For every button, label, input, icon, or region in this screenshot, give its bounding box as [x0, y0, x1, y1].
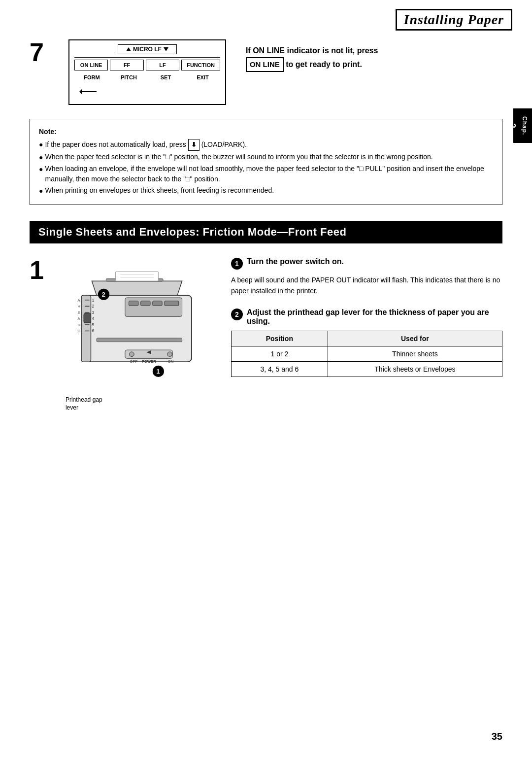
note-item-2: ● When the paper feed selector is in the… — [39, 152, 493, 163]
svg-text:2: 2 — [102, 291, 105, 298]
online-button-label: ON LINE — [246, 57, 284, 72]
section-7: 7 MICRO LF ON LINE FF LF FUNCTION FORM P… — [30, 39, 502, 105]
table-cell-usage-2: Thick sheets or Envelopes — [328, 362, 502, 377]
step-2-circle: 2 — [231, 309, 243, 320]
panel-top: MICRO LF — [74, 44, 220, 54]
step-1-circle: 1 — [231, 258, 243, 270]
svg-text:G: G — [77, 329, 80, 333]
side-tab-chap: Chap. — [521, 116, 528, 135]
step-2-header: 2 Adjust the printhead gap lever for the… — [231, 308, 502, 326]
lever-label: Printhead gaplever — [66, 396, 213, 413]
svg-text:1: 1 — [92, 297, 94, 302]
triangle-down-icon — [164, 47, 168, 51]
steps-area: 1 Turn the power switch on. A beep will … — [231, 257, 502, 389]
printer-illustration: OFF POWER ON 1 2 3 4 5 6 A H — [66, 257, 213, 413]
table-row: 3, 4, 5 and 6 Thick sheets or Envelopes — [231, 362, 502, 377]
btn-ff: FF — [110, 60, 143, 70]
note-text-3: When loading an envelope, if the envelop… — [45, 164, 493, 184]
svg-rect-8 — [141, 301, 150, 306]
table-header-row: Position Used for — [231, 331, 502, 346]
label-form: FORM — [74, 73, 109, 81]
note-title: Note: — [39, 126, 493, 137]
note-bullet-2: ● — [39, 152, 43, 163]
svg-point-14 — [167, 352, 172, 357]
svg-text:4: 4 — [92, 316, 94, 321]
svg-text:OFF: OFF — [130, 359, 137, 364]
side-tab: Chap. 2 Setup — [513, 108, 532, 143]
section-7-instruction: If ON LINE indicator is not lit, press — [246, 46, 378, 55]
note-item-1: ● If the paper does not automatically lo… — [39, 139, 493, 151]
page-title: Installing Paper — [396, 9, 512, 31]
svg-rect-37 — [84, 313, 91, 322]
label-set: SET — [148, 73, 183, 81]
side-tab-setup: Setup — [496, 114, 503, 137]
btn-online: ON LINE — [74, 60, 108, 70]
table-row: 1 or 2 Thinner sheets — [231, 346, 502, 362]
svg-rect-6 — [125, 298, 182, 317]
svg-rect-42 — [116, 272, 159, 281]
panel-illustration: MICRO LF ON LINE FF LF FUNCTION FORM PIT… — [68, 39, 226, 105]
triangle-up-icon — [126, 47, 131, 51]
btn-lf: LF — [146, 60, 179, 70]
step-1-header: 1 Turn the power switch on. — [231, 257, 502, 270]
svg-rect-9 — [153, 301, 162, 306]
table-cell-position-1: 1 or 2 — [231, 346, 328, 362]
label-exit: EXIT — [185, 73, 220, 81]
printer-svg: OFF POWER ON 1 2 3 4 5 6 A H — [66, 257, 208, 390]
note-bullet-1: ● — [39, 139, 43, 150]
svg-rect-7 — [129, 301, 138, 306]
step-1-title: Turn the power switch on. — [247, 257, 344, 266]
svg-text:5: 5 — [92, 322, 94, 327]
note-text-1: If the paper does not automatically load… — [45, 139, 246, 151]
svg-text:3: 3 — [92, 310, 94, 314]
panel-arrow-icon — [79, 84, 99, 99]
panel-labels-row: FORM PITCH SET EXIT — [74, 73, 220, 81]
section-banner-title: Single Sheets and Envelopes: Friction Mo… — [38, 226, 346, 238]
svg-rect-11 — [97, 338, 182, 342]
step-2-title: Adjust the printhead gap lever for the t… — [247, 308, 502, 326]
svg-text:D: D — [77, 322, 80, 327]
table-cell-usage-1: Thinner sheets — [328, 346, 502, 362]
svg-text:A: A — [77, 316, 80, 321]
position-table: Position Used for 1 or 2 Thinner sheets … — [231, 331, 502, 377]
section-banner: Single Sheets and Envelopes: Friction Mo… — [30, 221, 502, 243]
label-pitch: PITCH — [111, 73, 146, 81]
micro-lf-label: MICRO LF — [133, 46, 162, 53]
step-2: 2 Adjust the printhead gap lever for the… — [231, 308, 502, 377]
table-header-position: Position — [231, 331, 328, 346]
svg-text:POWER: POWER — [142, 359, 157, 364]
load-park-key: ⬇ — [188, 139, 200, 151]
note-item-4: ● When printing on envelopes or thick sh… — [39, 185, 493, 196]
svg-text:1: 1 — [156, 368, 160, 375]
section-7-text: If ON LINE indicator is not lit, press O… — [246, 44, 502, 72]
page-title-bar: Installing Paper — [396, 9, 512, 31]
table-header-used-for: Used for — [328, 331, 502, 346]
svg-text:2: 2 — [92, 304, 94, 309]
svg-text:A: A — [77, 298, 80, 302]
panel-top-box: MICRO LF — [118, 44, 177, 54]
note-item-3: ● When loading an envelope, if the envel… — [39, 164, 493, 184]
note-text-2: When the paper feed selector is in the "… — [45, 152, 432, 162]
step-1: 1 Turn the power switch on. A beep will … — [231, 257, 502, 297]
step-1-body: A beep will sound and the PAPER OUT indi… — [231, 275, 502, 297]
svg-rect-10 — [165, 301, 179, 306]
svg-rect-5 — [81, 295, 91, 362]
table-cell-position-2: 3, 4, 5 and 6 — [231, 362, 328, 377]
svg-point-13 — [129, 352, 134, 357]
svg-text:6: 6 — [92, 328, 94, 333]
note-text-4: When printing on envelopes or thick shee… — [45, 185, 274, 196]
note-bullet-4: ● — [39, 185, 43, 196]
svg-marker-1 — [79, 89, 82, 94]
page-number: 35 — [492, 731, 502, 742]
panel-divider — [74, 57, 220, 58]
svg-text:E: E — [77, 310, 80, 314]
section-1-number: 1 — [30, 257, 44, 283]
section-7-instruction2: to get ready to print. — [286, 60, 362, 69]
panel-buttons-row: ON LINE FF LF FUNCTION — [74, 60, 220, 70]
svg-text:H: H — [77, 304, 80, 309]
note-box: Note: ● If the paper does not automatica… — [30, 119, 502, 205]
side-tab-num: 2 — [507, 123, 517, 128]
btn-function: FUNCTION — [181, 60, 220, 70]
section-1: 1 — [30, 257, 502, 413]
svg-text:ON: ON — [168, 359, 174, 364]
